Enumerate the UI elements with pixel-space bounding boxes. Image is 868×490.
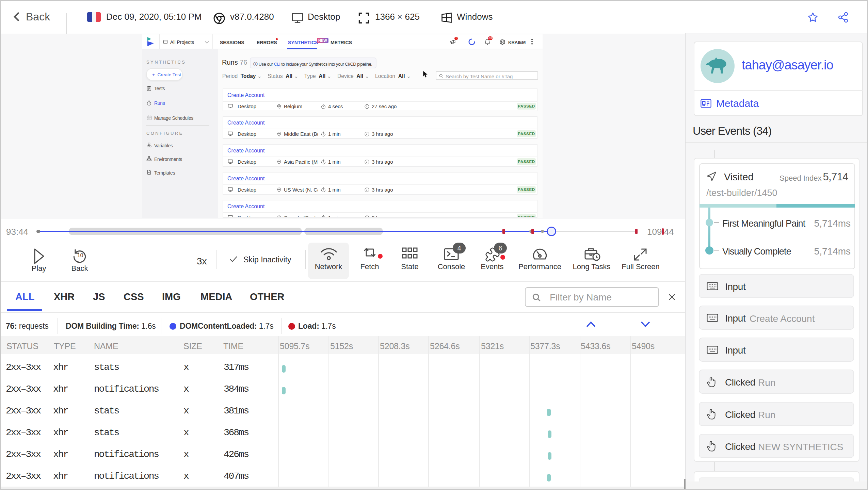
svg-text:10: 10 [77,252,83,258]
